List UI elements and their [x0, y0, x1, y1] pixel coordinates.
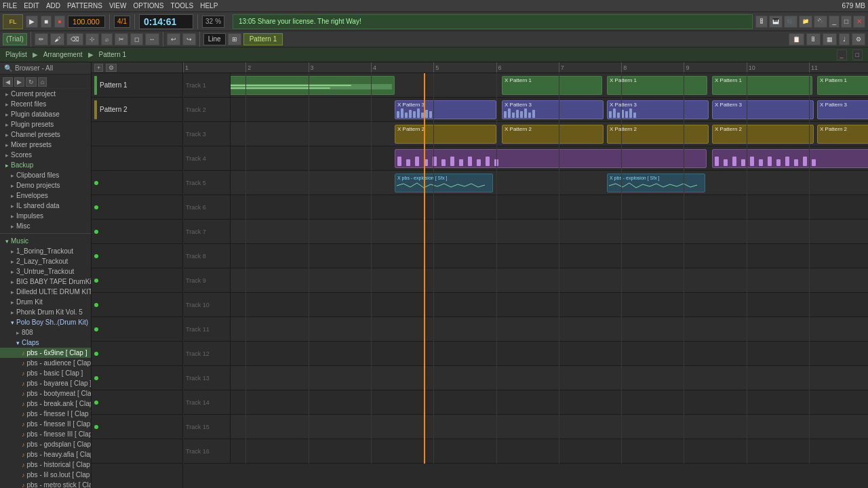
track1-clip-1c[interactable]: X Pattern 1: [607, 76, 707, 95]
track2-clip-5[interactable]: X Pattern 3: [817, 100, 868, 119]
track5-clip-2[interactable]: X pbs - explosion [ Sfx ]: [607, 174, 705, 192]
track3-clip-2[interactable]: X Pattern 2: [502, 125, 604, 144]
track-row-14[interactable]: Track 14: [183, 390, 868, 415]
settings-btn[interactable]: ⚙: [852, 33, 865, 45]
menu-item-patterns[interactable]: PATTERNS: [67, 2, 102, 9]
undo-btn[interactable]: ↩: [167, 33, 180, 45]
sidebar-item-clap-finesse-3[interactable]: ♪ pbs - finesse III [ Clap ]: [0, 429, 91, 439]
zoom-tool[interactable]: ⌕: [101, 33, 113, 45]
pattern-block-12[interactable]: [92, 342, 182, 366]
plugin-button[interactable]: 🔌: [814, 16, 827, 28]
bpm-display[interactable]: 100.000: [68, 16, 105, 28]
slip-tool[interactable]: ↔: [145, 33, 159, 45]
menu-item-tools[interactable]: TOOLS: [170, 2, 193, 9]
sidebar-item-dilledd[interactable]: ▸ Dilledd ULT!E DRUM KIT: [0, 287, 91, 297]
stop-button[interactable]: ■: [41, 16, 52, 28]
cut-tool[interactable]: ✂: [115, 33, 128, 45]
sidebar-item-clap-finesse-2[interactable]: ♪ pbs - finesse II [ Clap ]: [0, 419, 91, 429]
select-tool[interactable]: ⊹: [85, 33, 99, 45]
sidebar-item-808[interactable]: ▸ 808: [0, 327, 91, 338]
sidebar-item-plugin-database[interactable]: ▸ Plugin database: [0, 109, 91, 119]
browser-fwd[interactable]: ▶: [14, 77, 24, 87]
sidebar-item-backup[interactable]: ▸ Backup: [0, 160, 91, 170]
sidebar-item-clap-bayarea[interactable]: ♪ pbs - bayarea [ Clap ]: [0, 378, 91, 388]
track-settings-button[interactable]: ⚙: [106, 64, 117, 72]
record-button[interactable]: ●: [54, 16, 65, 28]
browser-home[interactable]: ⌂: [38, 77, 47, 87]
track-row-7[interactable]: Track 7: [183, 220, 868, 244]
pattern-block-13[interactable]: [92, 366, 182, 390]
sidebar-item-recent-files[interactable]: ▸ Recent files: [0, 99, 91, 109]
track2-clip-1[interactable]: X Pattern 3: [395, 100, 496, 119]
pattern-block-16[interactable]: [92, 439, 182, 464]
mixer-button[interactable]: 🎛: [755, 16, 768, 28]
sidebar-item-mixer-presets[interactable]: ▸ Mixer presets: [0, 140, 91, 150]
playlist-btn[interactable]: 📋: [789, 33, 804, 45]
pattern-block-15[interactable]: [92, 415, 182, 439]
sidebar-item-phonk-drum-kit[interactable]: ▸ Phonk Drum Kit Vol. 5: [0, 307, 91, 317]
menu-item-edit[interactable]: EDIT: [24, 2, 39, 9]
track-row-9[interactable]: Track 9: [183, 268, 868, 293]
sidebar-item-impulses[interactable]: ▸ Impulses: [0, 211, 91, 221]
sidebar-item-big-baby-tape[interactable]: ▸ BIG BABY TAPE DrumKit: [0, 277, 91, 287]
sidebar-item-misc[interactable]: ▸ Misc: [0, 221, 91, 231]
sidebar-item-clap-basic[interactable]: ♪ pbs - basic [ Clap ]: [0, 368, 91, 378]
track3-clip-4[interactable]: X Pattern 2: [712, 125, 814, 144]
browser-refresh[interactable]: ↻: [26, 77, 37, 87]
menu-item-help[interactable]: HELP: [200, 2, 218, 9]
tracks-scroll[interactable]: Track 1 X Pattern 1: [183, 73, 868, 488]
snap-mode[interactable]: Line: [203, 33, 226, 45]
channel-rack-btn2[interactable]: ▦: [823, 33, 837, 45]
sidebar-item-drum-kit[interactable]: ▸ Drum Kit: [0, 297, 91, 307]
maximize-button[interactable]: □: [841, 16, 852, 28]
track4-clip-1[interactable]: [395, 149, 707, 168]
sidebar-item-untrue-trackout[interactable]: ▸ 3_Untrue_Trackout: [0, 266, 91, 277]
channel-rack-button[interactable]: 🎹: [769, 16, 783, 28]
pattern-block-10[interactable]: [92, 293, 182, 317]
sidebar-item-demo-projects[interactable]: ▸ Demo projects: [0, 180, 91, 190]
pattern-selector[interactable]: Pattern 1: [243, 33, 283, 45]
pattern-block-1[interactable]: Pattern 1: [92, 73, 182, 98]
sidebar-item-clap-godsplan[interactable]: ♪ pbs - godsplan [ Clap ]: [0, 439, 91, 449]
sidebar-item-channel-presets[interactable]: ▸ Channel presets: [0, 129, 91, 140]
sidebar-item-polo-boy-sh[interactable]: ▾ Polo Boy Sh..(Drum Kit): [0, 317, 91, 327]
sidebar-item-clap-historical[interactable]: ♪ pbs - historical [ Clap ]: [0, 460, 91, 470]
pattern-block-9[interactable]: [92, 268, 182, 293]
sidebar-item-clap-bootymeat[interactable]: ♪ pbs - bootymeat [ Clap ]: [0, 388, 91, 399]
sidebar-item-clap-finesse-1[interactable]: ♪ pbs - finesse I [ Clap ]: [0, 409, 91, 419]
menu-item-options[interactable]: OPTIONS: [133, 2, 163, 9]
menu-item-file[interactable]: FILE: [3, 2, 17, 9]
pattern-block-2[interactable]: Pattern 2: [92, 98, 182, 122]
track-row-15[interactable]: Track 15: [183, 415, 868, 439]
track1-clip-1d[interactable]: X Pattern 1: [712, 76, 812, 95]
pattern-block-14[interactable]: [92, 390, 182, 415]
pattern-block-3[interactable]: [92, 122, 182, 146]
sidebar-item-envelopes[interactable]: ▸ Envelopes: [0, 190, 91, 201]
track-row-13[interactable]: Track 13: [183, 366, 868, 390]
track-row-16[interactable]: Track 16: [183, 439, 868, 464]
redo-btn[interactable]: ↪: [182, 33, 196, 45]
paint-tool[interactable]: 🖌: [50, 33, 64, 45]
sidebar-item-clipboard-files[interactable]: ▸ Clipboard files: [0, 170, 91, 180]
sidebar-item-clap-audience[interactable]: ♪ pbs - audience [ Clap ]: [0, 358, 91, 368]
pattern-block-8[interactable]: [92, 244, 182, 268]
close-button[interactable]: ✕: [853, 16, 865, 28]
sidebar-item-clap-metro-stick[interactable]: ♪ pbs - metro stick [ Clap ]: [0, 480, 91, 488]
sidebar-item-plugin-presets[interactable]: ▸ Plugin presets: [0, 119, 91, 129]
sidebar-item-clap-heavy-afia[interactable]: ♪ pbs - heavy.afia [ Clap ]: [0, 449, 91, 460]
playlist-minimize-btn[interactable]: _: [837, 49, 847, 60]
add-track-button[interactable]: +: [94, 64, 103, 72]
erase-tool[interactable]: ⌫: [66, 33, 83, 45]
sidebar-item-music[interactable]: ▾ Music: [0, 236, 91, 246]
sidebar-item-scores[interactable]: ▸ Scores: [0, 150, 91, 160]
play-button[interactable]: ▶: [26, 16, 38, 28]
track-row-10[interactable]: Track 10: [183, 293, 868, 317]
track3-clip-3[interactable]: X Pattern 2: [607, 125, 709, 144]
snap-toggle[interactable]: ⊞: [228, 33, 241, 45]
pattern-block-5[interactable]: [92, 171, 182, 195]
menu-item-view[interactable]: VIEW: [109, 2, 127, 9]
sidebar-item-clap-6x9ine[interactable]: ♪ pbs - 6x9ine [ Clap ]: [0, 348, 91, 358]
track-row-11[interactable]: Track 11: [183, 317, 868, 342]
track-row-12[interactable]: Track 12: [183, 342, 868, 366]
piano-roll-button[interactable]: 🎼: [784, 16, 797, 28]
